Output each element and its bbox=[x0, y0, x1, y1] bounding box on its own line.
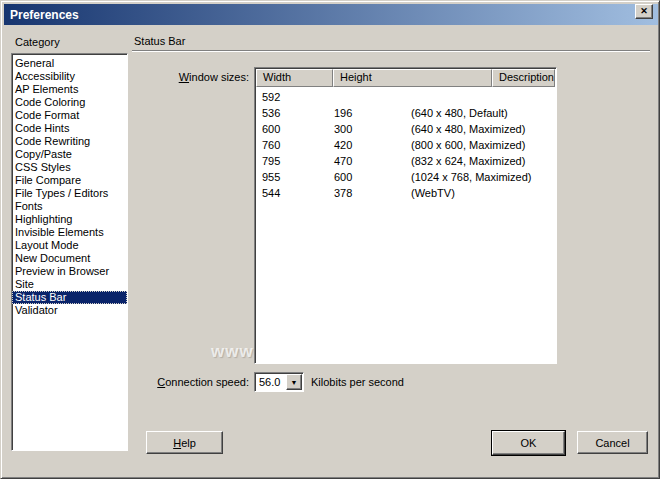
category-item[interactable]: File Compare bbox=[12, 174, 127, 187]
preferences-dialog: Preferences ✕ Category General Accessibi… bbox=[0, 0, 660, 479]
width-cell: 536 bbox=[256, 105, 328, 121]
category-item[interactable]: Fonts bbox=[12, 200, 127, 213]
table-row[interactable]: 536 196 (640 x 480, Default) bbox=[256, 105, 555, 121]
connection-speed-label-rest: onnection speed: bbox=[165, 376, 249, 388]
category-item[interactable]: AP Elements bbox=[12, 83, 127, 96]
help-button[interactable]: Help bbox=[146, 431, 223, 454]
category-item[interactable]: File Types / Editors bbox=[12, 187, 127, 200]
close-icon: ✕ bbox=[640, 7, 648, 16]
height-cell bbox=[328, 89, 405, 105]
table-header-cell[interactable]: Width bbox=[256, 69, 333, 87]
width-cell: 955 bbox=[256, 169, 328, 185]
table-row[interactable]: 760 420 (800 x 600, Maximized) bbox=[256, 137, 555, 153]
category-item[interactable]: Copy/Paste bbox=[12, 148, 127, 161]
height-cell: 378 bbox=[328, 185, 405, 201]
width-cell: 544 bbox=[256, 185, 328, 201]
window-sizes-label: Window sizes: bbox=[141, 71, 249, 83]
height-cell: 300 bbox=[328, 121, 405, 137]
description-cell: (640 x 480, Maximized) bbox=[405, 121, 555, 137]
table-row[interactable]: 955 600 (1024 x 768, Maximized) bbox=[256, 169, 555, 185]
description-cell bbox=[405, 89, 555, 105]
category-item[interactable]: Site bbox=[12, 278, 127, 291]
help-button-label: Help bbox=[173, 437, 196, 449]
table-header-cell[interactable]: Description bbox=[492, 69, 555, 87]
height-cell: 420 bbox=[328, 137, 405, 153]
dropdown-arrow-button[interactable]: ▼ bbox=[286, 374, 302, 390]
table-row[interactable]: 544 378 (WebTV) bbox=[256, 185, 555, 201]
category-listbox[interactable]: General Accessibility AP Elements Code C… bbox=[11, 53, 128, 451]
table-header-cell[interactable]: Height bbox=[333, 69, 492, 87]
category-item[interactable]: Code Rewriting bbox=[12, 135, 127, 148]
description-cell: (1024 x 768, Maximized) bbox=[405, 169, 555, 185]
chevron-down-icon: ▼ bbox=[291, 379, 298, 386]
width-cell: 795 bbox=[256, 153, 328, 169]
description-cell: (800 x 600, Maximized) bbox=[405, 137, 555, 153]
category-item[interactable]: Layout Mode bbox=[12, 239, 127, 252]
category-item[interactable]: New Document bbox=[12, 252, 127, 265]
titlebar: Preferences bbox=[4, 4, 658, 25]
window-title: Preferences bbox=[10, 8, 79, 22]
width-cell: 600 bbox=[256, 121, 328, 137]
category-item[interactable]: Preview in Browser bbox=[12, 265, 127, 278]
window-sizes-table: Width Height Description 592 536 196 (64… bbox=[254, 67, 557, 364]
category-item[interactable]: Code Hints bbox=[12, 122, 127, 135]
height-cell: 600 bbox=[328, 169, 405, 185]
table-row[interactable]: 592 bbox=[256, 89, 555, 105]
close-button[interactable]: ✕ bbox=[635, 4, 653, 19]
category-label: Category bbox=[15, 36, 60, 48]
ok-button[interactable]: OK bbox=[492, 431, 565, 455]
height-cell: 470 bbox=[328, 153, 405, 169]
connection-speed-label: Connection speed: bbox=[141, 376, 249, 388]
table-body: 592 536 196 (640 x 480, Default) 600 300… bbox=[256, 87, 555, 201]
width-cell: 592 bbox=[256, 89, 328, 105]
window-sizes-label-rest: indow sizes: bbox=[189, 71, 249, 83]
category-item[interactable]: Highlighting bbox=[12, 213, 127, 226]
connection-speed-value: 56.0 bbox=[255, 373, 286, 391]
category-item[interactable]: Invisible Elements bbox=[12, 226, 127, 239]
category-item[interactable]: General bbox=[12, 57, 127, 70]
category-item[interactable]: Validator bbox=[12, 304, 127, 317]
heading-separator bbox=[132, 50, 650, 52]
table-row[interactable]: 600 300 (640 x 480, Maximized) bbox=[256, 121, 555, 137]
page-title: Status Bar bbox=[134, 35, 185, 47]
width-cell: 760 bbox=[256, 137, 328, 153]
category-item[interactable]: Status Bar bbox=[12, 291, 127, 304]
category-item[interactable]: CSS Styles bbox=[12, 161, 127, 174]
height-cell: 196 bbox=[328, 105, 405, 121]
cancel-button-label: Cancel bbox=[595, 437, 629, 449]
category-item[interactable]: Accessibility bbox=[12, 70, 127, 83]
cancel-button[interactable]: Cancel bbox=[577, 431, 648, 454]
connection-speed-label-mnemonic: C bbox=[157, 376, 165, 388]
connection-speed-unit: Kilobits per second bbox=[311, 376, 404, 388]
ok-button-label: OK bbox=[521, 437, 537, 449]
description-cell: (832 x 624, Maximized) bbox=[405, 153, 555, 169]
connection-speed-dropdown[interactable]: 56.0 ▼ bbox=[254, 372, 304, 392]
table-row[interactable]: 795 470 (832 x 624, Maximized) bbox=[256, 153, 555, 169]
description-cell: (640 x 480, Default) bbox=[405, 105, 555, 121]
category-item[interactable]: Code Coloring bbox=[12, 96, 127, 109]
description-cell: (WebTV) bbox=[405, 185, 555, 201]
table-header-row: Width Height Description bbox=[256, 69, 555, 87]
category-item[interactable]: Code Format bbox=[12, 109, 127, 122]
window-sizes-label-mnemonic: W bbox=[179, 71, 189, 83]
watermark: www. bbox=[211, 342, 259, 362]
